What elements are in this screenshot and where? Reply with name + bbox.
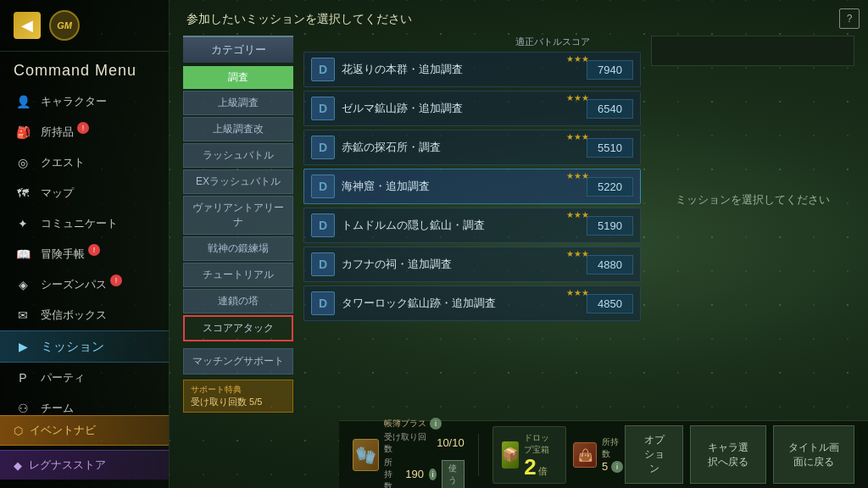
category-advanced-survey[interactable]: 上級調査 xyxy=(183,91,293,115)
subtitle-text: 参加したいミッションを選択してください xyxy=(186,12,412,25)
category-tutorial[interactable]: チュートリアル xyxy=(183,263,293,287)
gm-logo: GM xyxy=(49,10,80,41)
possession-count: 190 xyxy=(405,468,424,480)
sidebar-item-label: パーティ xyxy=(41,370,85,385)
mission-name-6: タワーロック鉱山跡・追加調査 xyxy=(342,296,580,311)
mission-icon-5: D xyxy=(311,252,335,276)
category-survey[interactable]: 調査 xyxy=(183,66,293,89)
sidebar-item-label: チーム xyxy=(41,401,74,416)
content-area: カテゴリー 調査 上級調査 上級調査改 ラッシュバトル EXラッシュバトル ヴァ… xyxy=(170,36,868,391)
sidebar-item-label: シーズンパス xyxy=(41,277,107,292)
character-select-button[interactable]: キャラ選択へ戻る xyxy=(690,425,765,484)
receive-count: 5/5 xyxy=(249,396,262,407)
sidebar-item-character[interactable]: 👤 キャラクター xyxy=(0,86,169,117)
title-screen-button[interactable]: タイトル画面に戻る xyxy=(773,425,854,484)
score-star-5: ★★★ xyxy=(566,249,589,258)
sidebar-item-mission[interactable]: ▶ ミッション xyxy=(0,330,169,363)
sidebar-item-label: ミッション xyxy=(41,339,104,355)
sidebar-item-label: 所持品 xyxy=(41,125,74,140)
use-button[interactable]: 使う xyxy=(442,460,465,489)
inbox-icon: ✉ xyxy=(14,306,32,324)
bonus-gloves-icon: 🧤 xyxy=(353,439,379,471)
inventory-icon: 🎒 xyxy=(14,123,32,141)
character-icon: 👤 xyxy=(14,92,32,111)
inventory-badge: ! xyxy=(77,122,89,134)
drop-possession: 所持数 5 i xyxy=(602,436,626,473)
notebook-badge: ! xyxy=(88,244,100,256)
communicate-icon: ✦ xyxy=(14,214,32,233)
possession-info-icon[interactable]: i xyxy=(429,469,437,480)
divider xyxy=(478,434,479,476)
sidebar-item-label: コミュニケート xyxy=(41,216,118,231)
mission-item-1[interactable]: D ゼルマ鉱山跡・追加調査 6540 ★★★ xyxy=(303,91,641,126)
sidebar-header: ◀ GM xyxy=(0,0,169,52)
sidebar-item-quest[interactable]: ◎ クエスト xyxy=(0,147,169,178)
drop-unit: 倍 xyxy=(538,465,548,478)
category-ex-rush[interactable]: EXラッシュバトル xyxy=(183,169,293,194)
sidebar-item-season[interactable]: ◈ シーズンパス ! xyxy=(0,269,169,300)
mission-score-5: 4880 xyxy=(587,255,633,274)
selection-arrow xyxy=(640,169,641,203)
drop-label: ドロップ宝箱 xyxy=(524,432,557,456)
back-button[interactable]: ◀ xyxy=(14,12,41,39)
mission-item-2[interactable]: D 赤鉱の探石所・調査 5510 ★★★ xyxy=(303,130,641,165)
mission-info-placeholder: ミッションを選択してください xyxy=(651,73,854,327)
mission-item-3[interactable]: D 海神窟・追加調査 5220 ★★★ xyxy=(303,169,641,204)
category-score-attack[interactable]: スコアアタック xyxy=(183,315,293,341)
drop-info-icon[interactable]: i xyxy=(611,461,623,473)
event-nav-label: イベントナビ xyxy=(30,423,96,438)
sidebar-title: Command Menu xyxy=(0,55,169,86)
sidebar-item-notebook[interactable]: 📖 冒険手帳 ! xyxy=(0,239,169,269)
sidebar-item-inbox[interactable]: ✉ 受信ボックス xyxy=(0,300,169,330)
support-label: サポート特典 xyxy=(191,384,286,396)
category-chain-tower[interactable]: 連鎖の塔 xyxy=(183,289,293,313)
mission-item-5[interactable]: D カフナの祠・追加調査 4880 ★★★ xyxy=(303,247,641,282)
options-button[interactable]: オプション xyxy=(625,425,683,484)
bonus-info-icon[interactable]: i xyxy=(430,418,442,430)
sidebar-item-map[interactable]: 🗺 マップ xyxy=(0,178,169,208)
bonus-item-gloves: 🧤 帳簿プラス i 受け取り回数 10/10 所持数 190 i 使う xyxy=(353,418,465,489)
help-button[interactable]: ? xyxy=(839,8,860,29)
mission-score-1: 6540 xyxy=(587,99,633,119)
main-content: 参加したいミッションを選択してください ? カテゴリー 調査 上級調査 上級調査… xyxy=(170,0,868,488)
event-nav-button[interactable]: ⬡ イベントナビ xyxy=(0,415,169,446)
category-training-ground[interactable]: 戦神の鍛練場 xyxy=(183,236,293,261)
mission-item-4[interactable]: D トムドルムの隠し鉱山・調査 5190 ★★★ xyxy=(303,208,641,243)
category-variant-arena[interactable]: ヴァリアントアリーナ xyxy=(183,196,293,235)
sidebar-item-inventory[interactable]: 🎒 所持品 ! xyxy=(0,117,169,147)
party-icon: P xyxy=(14,369,32,387)
drop-section: 📦 ドロップ宝箱 2 倍 👜 所持数 5 xyxy=(492,426,626,484)
receive-count: 10/10 xyxy=(437,436,465,449)
drop-bag-icon: 👜 xyxy=(573,442,597,468)
score-star-2: ★★★ xyxy=(566,132,589,141)
mission-item-0[interactable]: D 花返りの本群・追加調査 7940 ★★★ xyxy=(303,52,641,87)
bonus-section: 🧤 帳簿プラス i 受け取り回数 10/10 所持数 190 i 使う xyxy=(353,418,625,489)
mission-icon-0: D xyxy=(311,58,335,81)
sidebar-item-label: マップ xyxy=(41,186,74,201)
category-rush-battle[interactable]: ラッシュバトル xyxy=(183,143,293,168)
drop-count-box: 👜 所持数 5 i xyxy=(573,436,625,473)
info-search-box xyxy=(651,36,854,66)
mission-name-4: トムドルムの隠し鉱山・調査 xyxy=(342,218,580,233)
sidebar-item-party[interactable]: P パーティ xyxy=(0,363,169,393)
drop-info: ドロップ宝箱 2 倍 xyxy=(524,432,557,478)
notebook-icon: 📖 xyxy=(14,245,32,263)
store-label: レグナスストア xyxy=(29,458,106,473)
category-advanced-survey-kai[interactable]: 上級調査改 xyxy=(183,117,293,141)
sidebar-item-communicate[interactable]: ✦ コミュニケート xyxy=(0,208,169,239)
drop-box: 📦 ドロップ宝箱 2 倍 xyxy=(492,426,567,484)
season-badge: ! xyxy=(110,274,122,286)
matching-support-button[interactable]: マッチングサポート xyxy=(183,348,293,374)
mission-item-6[interactable]: D タワーロック鉱山跡・追加調査 4850 ★★★ xyxy=(303,286,641,321)
mission-icon-2: D xyxy=(311,136,335,159)
mission-name-0: 花返りの本群・追加調査 xyxy=(342,62,580,77)
help-icon: ? xyxy=(847,13,853,25)
support-count: 受け取り回数 5/5 xyxy=(191,396,286,408)
store-icon: ◆ xyxy=(14,459,22,472)
mission-name-1: ゼルマ鉱山跡・追加調査 xyxy=(342,101,580,116)
bonus-info: 帳簿プラス i 受け取り回数 10/10 所持数 190 i 使う xyxy=(384,418,465,489)
regnas-store-button[interactable]: ◆ レグナスストア xyxy=(0,450,169,480)
score-header: 適正バトルスコア xyxy=(303,36,641,48)
map-icon: 🗺 xyxy=(14,184,32,202)
quest-icon: ◎ xyxy=(14,153,32,172)
